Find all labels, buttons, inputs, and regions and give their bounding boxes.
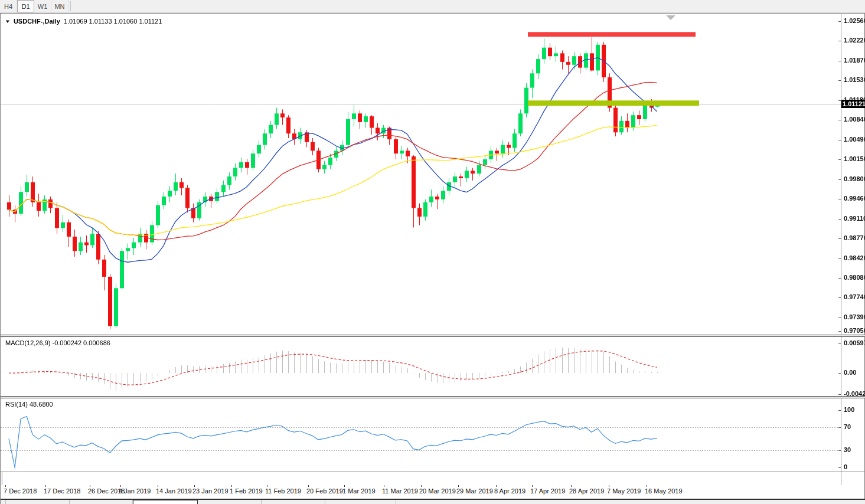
price-tick-1.02560: 1.02560 xyxy=(844,17,865,24)
date-axis-line xyxy=(1,472,865,472)
price-tick-0.99800: 0.99800 xyxy=(844,175,865,182)
chart-tab-bar: EURUSD-,DailyAUDUSD-,DailyUSDCHF-,DailyU… xyxy=(1,500,865,504)
macd-tick-0.00597: 0.00597 xyxy=(844,339,865,346)
date-tick xyxy=(532,485,533,487)
price-tick-1.01180-tick xyxy=(838,100,841,101)
date-tick xyxy=(90,485,90,487)
date-label: 29 Mar 2019 xyxy=(456,487,493,495)
date-label: 11 Feb 2019 xyxy=(265,487,301,495)
macd-tick--0.004243-tick xyxy=(838,394,841,395)
rsi-panel: RSI(14) 48.6800 xyxy=(1,399,841,472)
chart-ohlc-values: 1.01069 1.01133 1.01060 1.01121 xyxy=(64,18,162,25)
price-tick-1.00490-tick xyxy=(838,140,841,140)
date-axis: 7 Dec 201817 Dec 201826 Dec 20184 Jan 20… xyxy=(1,485,841,499)
date-tick xyxy=(344,485,345,487)
timeframe-button-w1[interactable]: W1 xyxy=(34,0,51,12)
rsi-tick-0: 0 xyxy=(844,463,847,470)
date-label: 14 Jan 2019 xyxy=(156,487,192,495)
date-tick xyxy=(308,485,309,487)
price-tick-1.01870-tick xyxy=(838,61,841,61)
rsi-tick-0-tick xyxy=(838,467,841,468)
price-tick-0.99460-tick xyxy=(838,199,841,199)
price-tick-0.98080-tick xyxy=(838,278,841,279)
current-price-box: 1.01121 xyxy=(841,100,865,108)
date-label: 7 Dec 2018 xyxy=(4,487,37,495)
chart-tab-usdcad[interactable]: USDCAD-,Daily xyxy=(198,500,262,504)
date-tick xyxy=(194,485,195,487)
price-tick-0.99800-tick xyxy=(838,179,841,180)
price-tick-0.99110-tick xyxy=(838,219,841,220)
chart-menu-arrow-icon[interactable]: ▼ xyxy=(5,19,11,24)
price-tick-1.00150-tick xyxy=(838,159,841,160)
rsi-tick-100-tick xyxy=(838,410,841,411)
price-tick-1.00840-tick xyxy=(838,120,841,120)
date-label: 17 Apr 2019 xyxy=(530,487,565,495)
price-tick-0.97390: 0.97390 xyxy=(844,313,865,320)
date-label: 20 Mar 2019 xyxy=(419,487,456,495)
macd-tick-0.00597-tick xyxy=(838,343,841,344)
panel-splitter-macd[interactable] xyxy=(1,335,865,337)
chart-shift-marker-icon[interactable] xyxy=(666,15,675,20)
date-tick xyxy=(120,485,121,487)
date-tick xyxy=(384,485,384,487)
timeframe-toolbar: H4D1W1MN xyxy=(0,0,865,13)
rsi-tick-100: 100 xyxy=(844,406,854,413)
rsi-tick-70: 70 xyxy=(844,423,851,430)
chart-tab-usdchf[interactable]: USDCHF-,Daily xyxy=(133,500,198,504)
price-tick-0.99110: 0.99110 xyxy=(844,215,865,222)
main-chart-panel: ▼ USDCHF-,Daily 1.01069 1.01133 1.01060 … xyxy=(1,14,841,335)
macd-label: MACD(12,26,9) -0.000242 0.000686 xyxy=(5,339,110,346)
price-tick-1.00150: 1.00150 xyxy=(844,155,865,162)
rsi-tick-30-tick xyxy=(838,450,841,451)
price-tick-1.01530-tick xyxy=(838,80,841,81)
price-tick-0.97740-tick xyxy=(838,297,841,298)
price-tick-0.99460: 0.99460 xyxy=(844,195,865,202)
chart-tab-usdcnh[interactable]: USDCNH-,Daily xyxy=(262,500,325,504)
date-tick xyxy=(158,485,158,487)
price-tick-0.97390-tick xyxy=(838,318,841,318)
price-tick-0.97050: 0.97050 xyxy=(844,327,865,334)
price-axis-border xyxy=(841,14,841,485)
toolbar-separator xyxy=(70,1,71,11)
price-tick-0.98420: 0.98420 xyxy=(844,254,865,261)
price-tick-1.02220-tick xyxy=(838,41,841,41)
price-tick-1.02220: 1.02220 xyxy=(844,37,865,44)
macd-tick-0.00-tick xyxy=(838,373,841,374)
date-label: 16 May 2019 xyxy=(645,487,683,495)
date-label: 1 Feb 2019 xyxy=(230,487,263,495)
date-tick xyxy=(5,485,6,487)
macd-panel: MACD(12,26,9) -0.000242 0.000686 xyxy=(1,338,841,396)
timeframe-button-d1[interactable]: D1 xyxy=(17,0,34,12)
date-label: 17 Dec 2018 xyxy=(44,487,80,495)
price-chart-canvas[interactable] xyxy=(1,14,841,335)
price-tick-1.01530: 1.01530 xyxy=(844,76,865,83)
timeframe-button-mn[interactable]: MN xyxy=(51,0,68,12)
date-label: 20 Feb 2019 xyxy=(306,487,343,495)
panel-splitter-rsi[interactable] xyxy=(1,396,865,398)
date-tick xyxy=(421,485,422,487)
price-tick-0.98770-tick xyxy=(838,238,841,239)
chart-tab-audusd[interactable]: AUDUSD-,Daily xyxy=(70,500,133,504)
date-tick xyxy=(496,485,497,487)
macd-canvas[interactable] xyxy=(1,338,841,396)
timeframe-button-h4[interactable]: H4 xyxy=(0,0,17,12)
rsi-tick-70-tick xyxy=(838,427,841,428)
date-label: 4 Jan 2019 xyxy=(119,487,151,495)
macd-tick--0.004243: -0.004243 xyxy=(844,390,865,397)
date-label: 1 Mar 2019 xyxy=(342,487,376,495)
price-tick-1.02560-tick xyxy=(838,21,841,22)
date-tick xyxy=(458,485,459,487)
chart-title: ▼ USDCHF-,Daily 1.01069 1.01133 1.01060 … xyxy=(5,18,162,25)
rsi-label: RSI(14) 48.6800 xyxy=(5,401,53,408)
date-tick xyxy=(647,485,647,487)
price-tick-0.98420-tick xyxy=(838,258,841,259)
chart-tab-eurchf[interactable]: EURCHF-,Weekly xyxy=(325,500,396,504)
date-label: 7 May 2019 xyxy=(607,487,641,495)
date-label: 28 Apr 2019 xyxy=(569,487,604,495)
date-tick xyxy=(45,485,46,487)
chart-tab-eurusd[interactable]: EURUSD-,Daily xyxy=(5,500,70,504)
price-tick-1.00840: 1.00840 xyxy=(844,116,865,123)
price-tick-1.00490: 1.00490 xyxy=(844,136,865,143)
rsi-canvas[interactable] xyxy=(1,399,841,472)
price-tick-0.97050-tick xyxy=(838,331,841,332)
